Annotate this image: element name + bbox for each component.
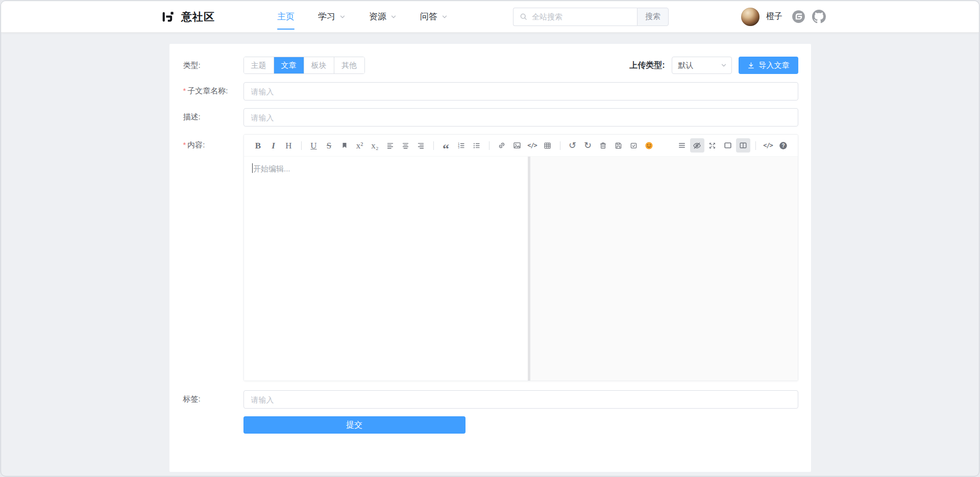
preview-pane-icon[interactable] — [721, 138, 735, 153]
code-view-icon[interactable]: </> — [761, 138, 775, 153]
header: 意社区 主页学习资源问答 搜索 橙子 — [1, 1, 979, 33]
avatar[interactable] — [741, 8, 760, 26]
article-name-label: *子文章名称: — [183, 82, 243, 101]
tags-row: 标签: — [183, 390, 798, 409]
upload-area: 上传类型: 默认 导入文章 — [629, 57, 798, 74]
fullscreen-icon[interactable] — [705, 138, 720, 153]
submit-button[interactable]: 提交 — [243, 416, 465, 434]
main-content: 类型: 主题文章板块其他 上传类型: 默认 — [1, 44, 979, 472]
editor-toolbar: BIHUSx²x₂“123</>↺↻ </>? — [244, 135, 798, 156]
search-input[interactable] — [532, 12, 632, 21]
type-option-other[interactable]: 其他 — [334, 57, 364, 73]
code-icon[interactable]: </> — [525, 138, 540, 153]
nav-item-label: 问答 — [420, 11, 437, 22]
editor-toolbar-left: BIHUSx²x₂“123</>↺↻ — [251, 138, 657, 153]
import-article-button[interactable]: 导入文章 — [739, 57, 798, 74]
bold-icon[interactable]: B — [251, 138, 265, 153]
align-left-icon[interactable] — [383, 138, 398, 153]
brand-logo-icon — [160, 9, 176, 24]
toolbar-divider — [489, 141, 489, 150]
text-caret — [252, 163, 253, 173]
description-label: 描述: — [183, 108, 243, 127]
content-row: *内容: BIHUSx²x₂“123</>↺↻ </>? 开始编辑... — [183, 134, 798, 381]
editor-body: 开始编辑... — [244, 156, 798, 381]
superscript-icon[interactable]: x² — [353, 138, 367, 153]
brand-title: 意社区 — [181, 10, 215, 24]
image-icon[interactable] — [510, 138, 524, 153]
strikethrough-icon[interactable]: S — [322, 138, 336, 153]
editor-input-pane[interactable]: 开始编辑... — [244, 157, 528, 381]
upload-type-label: 上传类型: — [629, 60, 665, 71]
heading-icon[interactable]: H — [282, 138, 296, 153]
nav-item-qa[interactable]: 问答 — [420, 1, 448, 32]
upload-type-value: 默认 — [678, 61, 694, 70]
editor-preview-pane — [530, 157, 798, 381]
article-name-row: *子文章名称: — [183, 82, 798, 101]
type-row: 类型: 主题文章板块其他 上传类型: 默认 — [183, 57, 798, 74]
required-asterisk: * — [183, 140, 186, 149]
type-option-topic[interactable]: 主题 — [244, 57, 274, 73]
toolbar-divider — [433, 141, 434, 150]
brand[interactable]: 意社区 — [160, 9, 215, 24]
import-article-label: 导入文章 — [759, 61, 790, 70]
ordered-list-icon[interactable]: 123 — [454, 138, 469, 153]
tags-label: 标签: — [183, 390, 243, 409]
svg-text:3: 3 — [458, 145, 459, 148]
header-user-area: 橙子 — [741, 8, 826, 26]
description-input[interactable] — [243, 108, 798, 127]
bookmark-icon[interactable] — [337, 138, 352, 153]
underline-icon[interactable]: U — [307, 138, 321, 153]
tags-input[interactable] — [243, 390, 798, 409]
nav-item-label: 资源 — [369, 11, 386, 22]
nav-item-label: 学习 — [318, 11, 335, 22]
svg-text:?: ? — [781, 143, 785, 148]
upload-type-select[interactable]: 默认 — [672, 57, 732, 74]
help-icon[interactable]: ? — [776, 138, 791, 153]
emoji-icon[interactable] — [642, 138, 656, 153]
toolbar-divider — [301, 141, 302, 150]
nav-item-label: 主页 — [277, 11, 295, 22]
nav-item-resources[interactable]: 资源 — [369, 1, 397, 32]
redo-icon[interactable]: ↻ — [581, 138, 595, 153]
type-option-article[interactable]: 文章 — [274, 57, 304, 73]
chevron-down-icon — [390, 14, 397, 20]
subscript-icon[interactable]: x₂ — [368, 138, 382, 153]
description-row: 描述: — [183, 108, 798, 127]
editor-placeholder: 开始编辑... — [253, 164, 290, 173]
toolbar-divider — [560, 141, 560, 150]
type-option-board[interactable]: 板块 — [304, 57, 334, 73]
save-icon[interactable] — [611, 138, 626, 153]
article-name-input[interactable] — [243, 82, 798, 101]
nav-item-learn[interactable]: 学习 — [318, 1, 346, 32]
content-label: *内容: — [183, 134, 243, 381]
main-nav: 主页学习资源问答 — [277, 1, 448, 32]
italic-icon[interactable]: I — [266, 138, 281, 153]
outline-icon[interactable] — [675, 138, 689, 153]
nav-item-home[interactable]: 主页 — [277, 1, 295, 32]
gitee-icon[interactable] — [792, 10, 805, 23]
github-icon[interactable] — [812, 10, 826, 23]
unordered-list-icon[interactable] — [470, 138, 484, 153]
download-icon — [747, 62, 755, 69]
split-pane-icon[interactable] — [736, 138, 750, 153]
align-center-icon[interactable] — [399, 138, 413, 153]
search-icon — [520, 13, 527, 20]
link-icon[interactable] — [495, 138, 509, 153]
align-right-icon[interactable] — [414, 138, 428, 153]
chevron-down-icon — [339, 14, 346, 20]
form-card: 类型: 主题文章板块其他 上传类型: 默认 — [169, 44, 811, 472]
search-button[interactable]: 搜索 — [637, 8, 669, 26]
app-window: 意社区 主页学习资源问答 搜索 橙子 — [1, 1, 979, 476]
delete-icon[interactable] — [596, 138, 610, 153]
toolbar-divider — [755, 141, 756, 150]
table-icon[interactable] — [541, 138, 555, 153]
checkbox-icon[interactable] — [627, 138, 641, 153]
type-segmented-control: 主题文章板块其他 — [243, 57, 365, 74]
quote-icon[interactable]: “ — [439, 138, 453, 153]
undo-icon[interactable]: ↺ — [566, 138, 580, 153]
search-bar: 搜索 — [513, 8, 669, 26]
chevron-down-icon — [442, 14, 448, 20]
chevron-down-icon — [721, 62, 727, 68]
markdown-editor: BIHUSx²x₂“123</>↺↻ </>? 开始编辑... — [243, 134, 798, 381]
preview-toggle-icon[interactable] — [690, 138, 704, 153]
